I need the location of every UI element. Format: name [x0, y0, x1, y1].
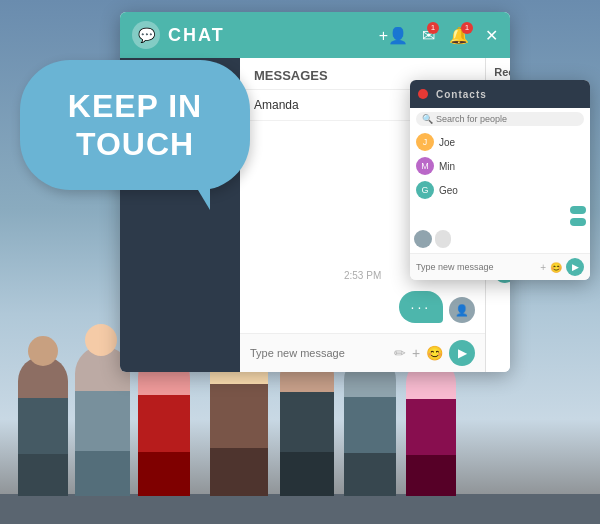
cw2-contact-item[interactable]: J Joe [410, 130, 590, 154]
cw2-contact-name: Joe [439, 137, 455, 148]
add-contact-btn[interactable]: +👤 [379, 26, 408, 45]
chat-logo-icon: 💬 [132, 21, 160, 49]
speech-bubble-text: KEEP IN TOUCH [20, 87, 250, 164]
notif-badge: 1 [461, 22, 473, 34]
close-btn[interactable]: ✕ [485, 26, 498, 45]
cw2-search-input[interactable] [436, 114, 578, 124]
secondary-chat-window: Contacts 🔍 J Joe M Min G Geo + 😊 ▶ [410, 80, 590, 280]
cw2-contact-name: Min [439, 161, 455, 172]
cw2-contact-item[interactable]: M Min [410, 154, 590, 178]
mail-btn[interactable]: ✉ 1 [422, 26, 435, 45]
cw2-avatar [414, 230, 432, 248]
cw2-title: Contacts [436, 89, 487, 100]
cw2-bubble-row-1 [414, 206, 586, 214]
attach-icon[interactable]: + [412, 345, 420, 361]
mail-badge: 1 [427, 22, 439, 34]
cw2-sent-bubble-1 [570, 206, 586, 214]
message-input-bar: ✏ + 😊 ▶ [240, 333, 485, 372]
cw2-contact-avatar: J [416, 133, 434, 151]
speech-bubble: KEEP IN TOUCH [20, 60, 250, 190]
edit-icon[interactable]: ✏ [394, 345, 406, 361]
cw2-contacts-list: J Joe M Min G Geo [410, 130, 590, 202]
cw2-message-input[interactable] [416, 262, 536, 272]
cw2-close-btn[interactable] [418, 89, 428, 99]
chat-header: 💬 CHAT +👤 ✉ 1 🔔 1 ✕ [120, 12, 510, 58]
cw2-bubble-row-2 [414, 218, 586, 226]
typing-bubble: ··· [399, 291, 444, 323]
cw2-bubble-row-3 [414, 230, 586, 248]
header-actions: +👤 ✉ 1 🔔 1 ✕ [379, 26, 498, 45]
cw2-contact-avatar: M [416, 157, 434, 175]
notification-btn[interactable]: 🔔 1 [449, 26, 469, 45]
sent-avatar: 👤 [449, 297, 475, 323]
cw2-search-icon: 🔍 [422, 114, 433, 124]
cw2-sent-bubble-2 [570, 218, 586, 226]
cw2-send-button[interactable]: ▶ [566, 258, 584, 276]
cw2-received-bubble [435, 230, 451, 248]
cw2-header: Contacts [410, 80, 590, 108]
cw2-contact-avatar: G [416, 181, 434, 199]
emoji-icon[interactable]: 😊 [426, 345, 443, 361]
sent-message-row: ··· 👤 [250, 291, 475, 323]
cw2-search-bar[interactable]: 🔍 [416, 112, 584, 126]
cw2-contact-item[interactable]: G Geo [410, 178, 590, 202]
app-title: CHAT [168, 25, 379, 46]
cw2-attach-icon[interactable]: + [540, 262, 546, 273]
send-button[interactable]: ▶ [449, 340, 475, 366]
message-input[interactable] [250, 347, 388, 359]
cw2-messages-area [410, 202, 590, 253]
cw2-contact-name: Geo [439, 185, 458, 196]
cw2-emoji-icon[interactable]: 😊 [550, 262, 562, 273]
cw2-input-bar: + 😊 ▶ [410, 253, 590, 280]
